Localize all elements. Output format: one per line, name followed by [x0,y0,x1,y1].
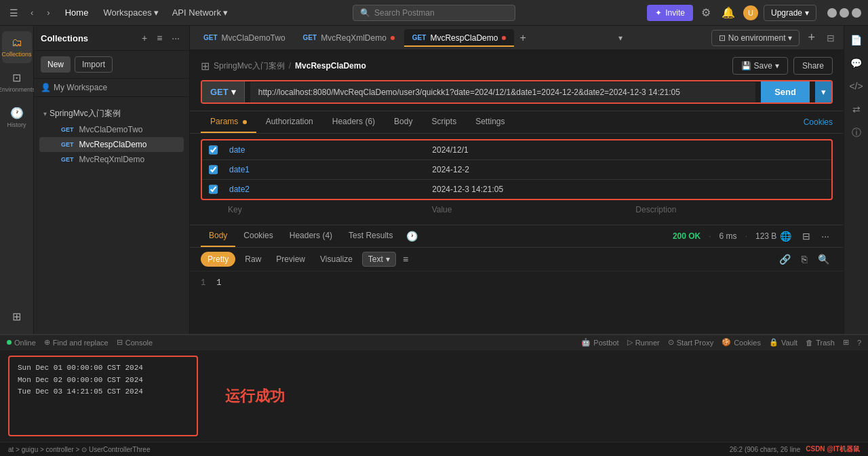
sidebar-item-collections[interactable]: 🗂 Collections [2,31,32,63]
console-button[interactable]: ⊟ Console [117,338,153,347]
param-checkbox-cell [202,180,222,199]
more-options-icon[interactable]: ··· [169,31,182,45]
help-bottom-icon[interactable]: ? [857,339,861,347]
maximize-button[interactable]: ▢ [840,8,849,18]
tab-authorization[interactable]: Authorization [256,111,323,133]
tab-settings[interactable]: Settings [466,111,514,133]
cookies-bottom-button[interactable]: 🍪 Cookies [722,338,761,347]
wrap-lines-icon[interactable]: ≡ [403,254,408,265]
tab-body[interactable]: Body [384,111,422,133]
add-collection-icon[interactable]: + [139,31,150,45]
globe-icon[interactable]: 🌐 [776,229,795,244]
resp-tab-body[interactable]: Body [201,225,235,247]
document-icon[interactable]: 📄 [847,31,865,49]
minimize-button[interactable]: — [827,8,837,18]
cookies-icon: 🍪 [722,338,731,347]
list-item[interactable]: GET MvcClaDemoTwo [39,122,184,137]
sidebar-item-environments[interactable]: ⊡ Environments [2,66,32,98]
sidebar-item-history[interactable]: 🕐 History [2,101,32,134]
runner-button[interactable]: ▷ Runner [627,338,660,347]
code-icon[interactable]: </> [846,77,866,95]
no-environment-button[interactable]: ⊡ No environment ▾ [711,30,800,46]
param-value-1[interactable]: 2024-12-2 [425,160,628,179]
params-dot [243,120,247,124]
param-value-0[interactable]: 2024/12/1 [425,140,628,159]
invite-button[interactable]: ✦ Invite [647,5,693,21]
param-key-1[interactable]: date1 [222,160,425,179]
method-selector[interactable]: GET ▾ [202,81,245,102]
param-checkbox-2[interactable] [209,185,218,194]
vault-button[interactable]: 🔒 Vault [769,338,797,347]
settings-icon[interactable]: ⚙ [698,3,713,22]
send-dropdown-button[interactable]: ▾ [815,81,831,102]
list-item[interactable]: GET MvcReqXmlDemo [39,152,184,167]
tab-mvcclademo[interactable]: GET MvcClaDemoTwo [195,29,294,47]
share-button[interactable]: Share [793,57,833,75]
back-button[interactable]: ‹ [26,5,37,20]
param-checkbox-0[interactable] [209,145,218,155]
upgrade-button[interactable]: Upgrade ▾ [764,5,816,21]
sync-icon[interactable]: ⇄ [849,100,864,118]
param-checkbox-1[interactable] [209,165,218,174]
link-icon[interactable]: 🔗 [776,252,794,267]
search-icon[interactable]: 🔍 [814,252,833,267]
sort-icon[interactable]: ≡ [154,31,165,45]
request-area: ⊞ SpringMvc入门案例 / MvcRespClaDemo 💾 Save … [190,50,844,111]
save-button[interactable]: 💾 Save ▾ [732,57,788,75]
param-value-2[interactable]: 2024-12-3 14:21:05 [425,180,628,199]
trash-icon: 🗑 [806,339,813,347]
cookies-link[interactable]: Cookies [804,117,833,127]
tab-modified-dot [502,36,506,40]
sidebar-item-bottom[interactable]: ⊞ [2,305,32,328]
more-icon[interactable]: ··· [818,229,833,244]
forward-button[interactable]: › [43,5,54,20]
format-raw-button[interactable]: Raw [239,252,267,267]
resp-tab-testresults[interactable]: Test Results [340,225,401,247]
collection-group-name[interactable]: ▾ SpringMvc入门案例 [39,105,184,122]
send-button[interactable]: Send [761,81,810,102]
history-icon[interactable]: 🕐 [406,231,418,242]
tab-scripts[interactable]: Scripts [422,111,466,133]
comments-icon[interactable]: 💬 [847,54,865,72]
format-preview-button[interactable]: Preview [271,252,311,267]
info-icon[interactable]: ⓘ [848,124,865,142]
format-pretty-button[interactable]: Pretty [201,252,235,267]
resp-tab-cookies[interactable]: Cookies [235,225,281,247]
format-visualize-button[interactable]: Visualize [315,252,358,267]
api-network-button[interactable]: API Network ▾ [168,7,232,18]
list-item[interactable]: GET MvcRespClaDemo [39,137,184,152]
param-key-0[interactable]: date [222,140,425,159]
env-icon: ⊡ [719,33,726,43]
more-tabs-button[interactable]: ▾ [614,31,627,45]
copy-icon[interactable]: ⎘ [798,252,810,267]
import-button[interactable]: Import [75,56,113,73]
new-button[interactable]: New [41,56,71,73]
wrap-icon[interactable]: ⊟ [799,229,814,244]
tab-method: GET [203,34,218,41]
tab-mvcrespcla[interactable]: GET MvcRespClaDemo [404,29,515,47]
find-replace-button[interactable]: ⊕ Find and replace [44,338,108,347]
user-avatar-icon[interactable]: U [743,5,758,20]
tab-params[interactable]: Params [201,111,256,133]
postbot-button[interactable]: 🤖 Postbot [581,338,618,347]
menu-icon[interactable]: ☰ [7,5,21,21]
grid-bottom-icon[interactable]: ⊞ [843,338,849,347]
tab-mvcreqxml[interactable]: GET MvcReqXmlDemo [295,29,403,47]
workspaces-button[interactable]: Workspaces ▾ [99,7,162,18]
search-bar[interactable]: 🔍 Search Postman [353,5,515,21]
url-input[interactable] [250,82,755,102]
add-env-button[interactable]: + [805,31,818,45]
resp-tab-headers[interactable]: Headers (4) [281,225,340,247]
close-button[interactable]: ✕ [852,8,861,18]
layout-icon[interactable]: ⊟ [823,29,838,47]
notifications-icon[interactable]: 🔔 [719,3,738,22]
trash-button[interactable]: 🗑 Trash [806,339,835,347]
online-status[interactable]: Online [7,339,36,347]
param-key-2[interactable]: date2 [222,180,425,199]
titlebar-left: ☰ ‹ › Home Workspaces ▾ API Network ▾ [7,5,347,21]
home-link[interactable]: Home [60,7,94,18]
text-format-dropdown[interactable]: Text ▾ [362,252,396,267]
start-proxy-button[interactable]: ⊙ Start Proxy [668,338,713,347]
add-tab-button[interactable]: + [515,29,530,47]
tab-headers[interactable]: Headers (6) [323,111,384,133]
